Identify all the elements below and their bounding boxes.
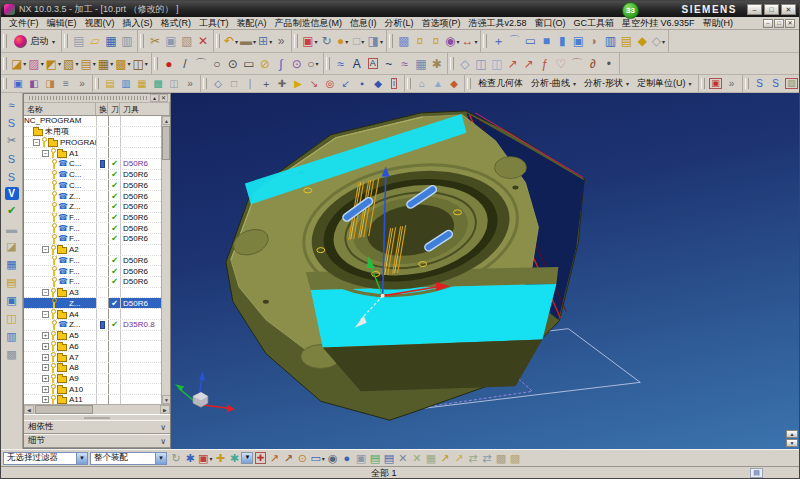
snap-point-icon[interactable]: ✱ (227, 451, 241, 466)
tree-node-label[interactable]: A3 (69, 288, 79, 297)
redo-icon[interactable]: ▬▾ (239, 33, 257, 50)
menu-item[interactable]: 视图(V) (81, 17, 119, 30)
half-shade-icon[interactable]: ◧ (26, 77, 42, 91)
tree-row[interactable]: −PROGRAM (24, 137, 161, 148)
shaded-view-icon[interactable]: ●▾ (335, 33, 351, 50)
tree-row[interactable]: +A10 (24, 384, 161, 395)
section-view-icon[interactable]: ◨▾ (367, 33, 384, 50)
subtract-icon[interactable]: ◆ (634, 33, 650, 50)
swap-icon[interactable]: ⇄ (466, 451, 480, 466)
curve-icon[interactable]: ~ (381, 56, 397, 72)
wireframe-view-icon[interactable]: □▾ (351, 33, 367, 50)
highlight-icon[interactable]: ▣ (708, 77, 724, 91)
tree-row[interactable]: ☎C... ✔ D50R6 (24, 180, 161, 191)
rectangle-icon[interactable]: ▭ (522, 33, 538, 50)
cut-icon[interactable]: ✂ (147, 33, 163, 50)
hatch-icon[interactable]: ▩ (494, 451, 508, 466)
tree-row[interactable]: ☎Z... ✔ D35R0.8 (24, 320, 161, 331)
copy-icon[interactable]: ▣ (163, 33, 179, 50)
program-order-icon[interactable]: S (4, 151, 20, 166)
select-box-icon[interactable]: ▣▾ (197, 451, 213, 466)
custom-units-button[interactable]: 定制单位(U)▾ (633, 77, 696, 91)
doc-minimize-button[interactable]: – (763, 19, 773, 28)
cam-operation-icon[interactable]: ▧▾ (62, 56, 79, 72)
tree-row[interactable]: ☎Z... ✔ D50R6 (24, 202, 161, 213)
tree-row[interactable]: ☎F... ✔ D50R6 (24, 223, 161, 234)
tree-node-label[interactable]: F... (69, 213, 80, 222)
menu-item[interactable]: 工具(T) (195, 17, 233, 30)
tree-node-label[interactable]: A9 (69, 374, 79, 383)
revolve-icon[interactable]: ◗ (586, 33, 602, 50)
tree-row[interactable]: +A9 (24, 374, 161, 385)
vector-icon[interactable]: ↘ (306, 77, 322, 91)
check-geometry-button[interactable]: 检查几何体 (474, 77, 527, 91)
cross-icon[interactable]: ✕ (396, 451, 410, 466)
ellipse-icon[interactable]: ○▾ (305, 56, 321, 72)
tree-node-label[interactable]: A2 (69, 245, 79, 254)
rows-icon[interactable]: ▥ (4, 329, 20, 344)
tree-node-label[interactable]: C... (69, 159, 81, 168)
tree-node-label[interactable]: Z... (69, 299, 81, 308)
scroll-right-button[interactable]: ▶ (160, 405, 170, 414)
doc-close-button[interactable]: ✕ (785, 19, 795, 28)
triangle-icon[interactable]: ▲ (430, 77, 446, 91)
tree-node-label[interactable]: F... (69, 234, 80, 243)
tree-node-label[interactable]: A4 (69, 310, 79, 319)
square-icon[interactable]: ▣ (354, 451, 368, 466)
circle-point-icon[interactable]: ⊙ (225, 56, 241, 72)
mesh-icon[interactable]: ▦ (413, 56, 429, 72)
plus-box-icon[interactable]: ✚ (253, 451, 267, 466)
collapse-node-icon[interactable]: − (42, 289, 49, 296)
tree-node-label[interactable]: F... (69, 224, 80, 233)
cam-operation-icon[interactable]: ◪▾ (10, 56, 27, 72)
tree-row[interactable]: ☎C... ✔ D50R6 (24, 159, 161, 170)
tree-node-label[interactable]: PROGRAM (60, 138, 96, 147)
dropdown-arrow-icon[interactable]: ▼ (155, 453, 166, 464)
print-icon[interactable]: ▥ (119, 33, 135, 50)
selection-filter-combo[interactable]: 无选择过滤器 ▼ (3, 452, 88, 465)
menu-item[interactable]: 插入(S) (119, 17, 157, 30)
tree-node-label[interactable]: Z... (69, 202, 81, 211)
bar-icon[interactable]: ▬ (4, 221, 20, 236)
half-shade-icon[interactable]: ◨ (42, 77, 58, 91)
tree-node-label[interactable]: A5 (69, 331, 79, 340)
tree-node-label[interactable]: 未用项 (45, 127, 69, 137)
collapse-node-icon[interactable]: − (33, 139, 40, 146)
3d-scene[interactable] (171, 93, 799, 449)
tree-node-label[interactable]: A10 (69, 385, 83, 394)
unite-icon[interactable]: ▤ (618, 33, 634, 50)
menu-item[interactable]: 编辑(E) (43, 17, 81, 30)
info-icon[interactable]: i (386, 77, 402, 91)
menu-item[interactable]: 帮助(H) (699, 17, 738, 30)
list-icon[interactable]: ≡ (58, 77, 74, 91)
undo-icon[interactable]: ↶▾ (223, 33, 239, 50)
menu-item[interactable]: 浩强工具v2.58 (465, 17, 531, 30)
start-button[interactable]: 启动▾ (10, 33, 59, 50)
tree-node-label[interactable]: A8 (69, 363, 79, 372)
home-icon[interactable]: ⌂ (414, 77, 430, 91)
clip-icon[interactable]: ⊘ (257, 56, 273, 72)
tree-row[interactable]: ☎C... ✔ D50R6 (24, 170, 161, 181)
refresh-icon[interactable]: ↻ (169, 451, 183, 466)
overflow-icon[interactable]: » (74, 77, 90, 91)
tree-row[interactable]: −A1 (24, 148, 161, 159)
tree-horizontal-scrollbar[interactable]: ◀ ▶ (24, 404, 170, 414)
canvas-icon[interactable]: □ (226, 77, 242, 91)
key-icon[interactable]: ¤ (412, 33, 428, 50)
line-icon[interactable]: / (177, 56, 193, 72)
key-icon[interactable]: ¤ (428, 33, 444, 50)
doc-restore-button[interactable]: □ (774, 19, 784, 28)
menu-item[interactable]: 首选项(P) (418, 17, 465, 30)
pattern-icon[interactable]: ▥ (602, 33, 618, 50)
rect-select-icon[interactable]: ▭▾ (309, 451, 325, 466)
cam-operation-icon[interactable]: ◩▾ (45, 56, 62, 72)
show-hide-icon[interactable]: ◉▾ (444, 33, 461, 50)
divider-icon[interactable]: | (242, 77, 258, 91)
cam-operation-icon[interactable]: ▤▾ (79, 56, 96, 72)
open-file-icon[interactable]: ▱ (87, 33, 103, 50)
table-icon[interactable]: ▤ (382, 451, 396, 466)
tree-row[interactable]: +A5 (24, 331, 161, 342)
square-icon[interactable]: ▣ (4, 293, 20, 308)
tree-node-label[interactable]: A6 (69, 342, 79, 351)
paste-icon[interactable]: ▧ (179, 33, 195, 50)
